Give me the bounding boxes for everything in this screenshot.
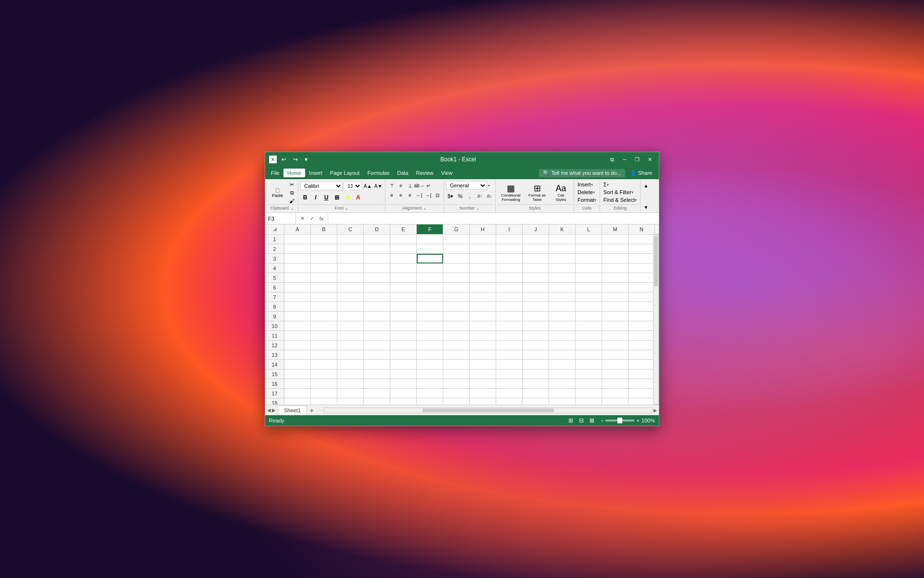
undo-button[interactable]: ↩ [280,155,288,164]
col-header-M[interactable]: M [602,224,629,234]
table-cell[interactable] [496,369,523,379]
menu-insert[interactable]: Insert [305,169,326,177]
table-cell[interactable] [549,369,576,379]
table-cell[interactable] [629,379,653,389]
table-cell[interactable] [417,263,443,273]
table-cell[interactable] [337,235,364,244]
table-cell[interactable] [470,389,496,398]
table-cell[interactable] [549,283,576,292]
table-cell[interactable] [390,331,417,341]
table-cell[interactable] [470,331,496,341]
table-cell[interactable] [443,302,470,312]
table-cell[interactable] [576,302,602,312]
table-cell[interactable] [470,235,496,244]
table-cell[interactable] [576,369,602,379]
table-cell[interactable] [417,321,443,331]
close-button[interactable]: ✕ [644,155,655,164]
table-cell[interactable] [602,369,629,379]
table-cell[interactable] [311,273,337,283]
table-cell[interactable] [390,244,417,254]
menu-review[interactable]: Review [412,169,437,177]
bold-button[interactable]: B [300,193,310,202]
table-cell[interactable] [364,263,390,273]
table-cell[interactable] [337,244,364,254]
insert-cells-button[interactable]: Insert ▾ [576,181,594,188]
col-header-E[interactable]: E [390,224,417,234]
table-cell[interactable] [602,331,629,341]
row-header-12[interactable]: 12 [265,341,284,350]
table-cell[interactable] [284,331,311,341]
table-cell[interactable] [470,312,496,321]
table-cell[interactable] [629,235,653,244]
table-cell[interactable] [284,369,311,379]
ribbon-scroll-down[interactable]: ▼ [642,203,650,211]
sort-filter-button[interactable]: Sort & Filter ▾ [602,189,635,196]
delete-cells-button[interactable]: Delete ▾ [576,189,596,196]
table-cell[interactable] [470,321,496,331]
table-cell[interactable] [602,312,629,321]
table-cell[interactable] [576,398,602,405]
maximize-button[interactable]: ❐ [632,155,642,164]
table-cell[interactable] [496,331,523,341]
decrease-decimal-button[interactable]: .0↓ [485,192,493,200]
table-cell[interactable] [443,321,470,331]
table-cell[interactable] [311,321,337,331]
table-cell[interactable] [549,254,576,263]
name-box[interactable]: F3 [265,213,296,224]
table-cell[interactable] [629,263,653,273]
table-cell[interactable] [443,331,470,341]
table-cell[interactable] [629,302,653,312]
add-sheet-button[interactable]: + [307,406,317,415]
cell-styles-button[interactable]: Aa Cell Styles [550,183,572,203]
table-cell[interactable] [443,379,470,389]
table-cell[interactable] [549,292,576,302]
row-header-8[interactable]: 8 [265,302,284,312]
tell-me-box[interactable]: 🔍 Tell me what you want to do... [539,169,625,177]
table-cell[interactable] [576,341,602,350]
page-layout-view-button[interactable]: ⊟ [577,416,586,425]
row-header-2[interactable]: 2 [265,244,284,254]
zoom-slider[interactable] [605,420,634,421]
table-cell[interactable] [284,263,311,273]
table-cell[interactable] [602,379,629,389]
table-cell[interactable] [364,302,390,312]
table-cell[interactable] [390,273,417,283]
table-cell[interactable] [364,292,390,302]
table-cell[interactable] [602,302,629,312]
table-cell[interactable] [284,302,311,312]
table-cell[interactable] [602,321,629,331]
table-cell[interactable] [364,312,390,321]
percent-button[interactable]: % [456,192,464,200]
table-cell[interactable] [390,292,417,302]
menu-data[interactable]: Data [393,169,412,177]
table-cell[interactable] [523,360,549,369]
table-cell[interactable] [629,244,653,254]
table-cell[interactable] [417,350,443,360]
row-header-16[interactable]: 16 [265,379,284,389]
select-all-button[interactable] [265,224,284,234]
table-cell[interactable] [523,254,549,263]
alignment-expand-icon[interactable]: ⌄ [423,206,427,210]
table-cell[interactable] [417,235,443,244]
table-cell[interactable] [549,312,576,321]
table-cell[interactable] [629,292,653,302]
table-cell[interactable] [311,254,337,263]
row-header-4[interactable]: 4 [265,263,284,273]
row-header-15[interactable]: 15 [265,369,284,379]
restore-down-button[interactable]: ⧉ [607,155,617,164]
vertical-scroll-thumb[interactable] [654,236,658,287]
menu-page-layout[interactable]: Page Layout [326,169,364,177]
table-cell[interactable] [390,254,417,263]
ribbon-scroll-up[interactable]: ▲ [642,181,650,190]
table-cell[interactable] [443,341,470,350]
table-cell[interactable] [364,398,390,405]
table-cell[interactable] [284,341,311,350]
table-cell[interactable] [523,398,549,405]
table-cell[interactable] [576,254,602,263]
cut-button[interactable]: ✂ [288,181,296,188]
row-header-6[interactable]: 6 [265,283,284,292]
col-header-G[interactable]: G [443,224,470,234]
table-cell[interactable] [311,312,337,321]
menu-home[interactable]: Home [283,169,305,177]
table-cell[interactable] [470,244,496,254]
